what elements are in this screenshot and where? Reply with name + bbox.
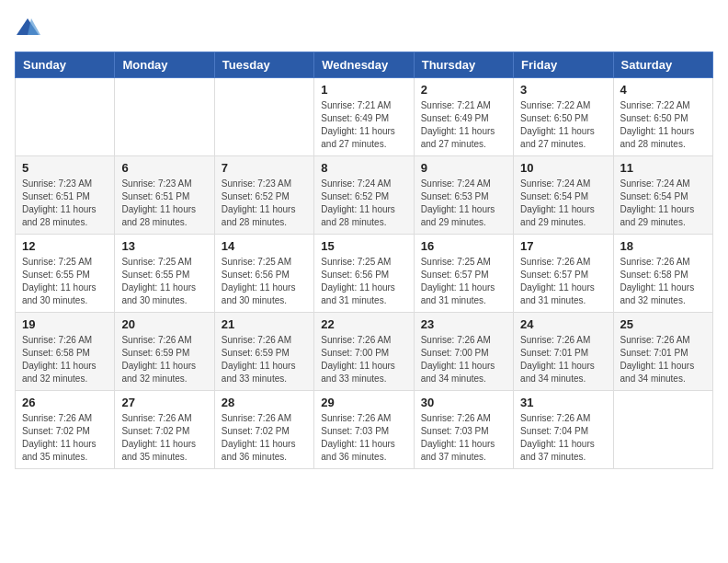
day-number: 6 <box>121 161 207 175</box>
day-of-week-header: Saturday <box>613 52 712 78</box>
day-info: Sunrise: 7:26 AM Sunset: 6:59 PM Dayligh… <box>222 334 307 385</box>
calendar-cell: 21Sunrise: 7:26 AM Sunset: 6:59 PM Dayli… <box>214 313 313 391</box>
calendar-cell: 20Sunrise: 7:26 AM Sunset: 6:59 PM Dayli… <box>115 313 214 391</box>
calendar-cell: 23Sunrise: 7:26 AM Sunset: 7:00 PM Dayli… <box>414 313 513 391</box>
calendar-cell: 31Sunrise: 7:26 AM Sunset: 7:04 PM Dayli… <box>514 391 613 469</box>
day-info: Sunrise: 7:26 AM Sunset: 7:02 PM Dayligh… <box>121 412 207 464</box>
day-number: 17 <box>520 239 606 253</box>
calendar-cell: 15Sunrise: 7:25 AM Sunset: 6:56 PM Dayli… <box>314 235 414 313</box>
calendar-week-row: 5Sunrise: 7:23 AM Sunset: 6:51 PM Daylig… <box>16 156 713 235</box>
day-info: Sunrise: 7:24 AM Sunset: 6:54 PM Dayligh… <box>620 178 706 229</box>
day-of-week-header: Thursday <box>414 52 513 78</box>
day-info: Sunrise: 7:26 AM Sunset: 7:02 PM Dayligh… <box>22 412 108 464</box>
day-number: 26 <box>22 396 108 409</box>
day-number: 23 <box>421 317 506 331</box>
calendar-cell: 30Sunrise: 7:26 AM Sunset: 7:03 PM Dayli… <box>414 391 513 469</box>
day-info: Sunrise: 7:24 AM Sunset: 6:53 PM Dayligh… <box>421 178 506 229</box>
calendar-cell: 17Sunrise: 7:26 AM Sunset: 6:57 PM Dayli… <box>514 235 613 313</box>
day-info: Sunrise: 7:26 AM Sunset: 7:03 PM Dayligh… <box>421 412 506 464</box>
calendar-week-row: 1Sunrise: 7:21 AM Sunset: 6:49 PM Daylig… <box>16 78 713 156</box>
calendar-cell: 24Sunrise: 7:26 AM Sunset: 7:01 PM Dayli… <box>514 313 613 391</box>
day-number: 20 <box>121 317 207 331</box>
day-number: 27 <box>121 396 207 409</box>
day-info: Sunrise: 7:22 AM Sunset: 6:50 PM Dayligh… <box>520 99 606 151</box>
day-number: 14 <box>222 239 307 253</box>
calendar-cell: 28Sunrise: 7:26 AM Sunset: 7:02 PM Dayli… <box>214 391 313 469</box>
day-info: Sunrise: 7:23 AM Sunset: 6:51 PM Dayligh… <box>121 178 207 229</box>
calendar-table: SundayMondayTuesdayWednesdayThursdayFrid… <box>15 52 713 469</box>
day-info: Sunrise: 7:21 AM Sunset: 6:49 PM Dayligh… <box>421 99 506 151</box>
calendar-cell: 9Sunrise: 7:24 AM Sunset: 6:53 PM Daylig… <box>414 156 513 235</box>
day-number: 10 <box>520 161 606 175</box>
day-number: 30 <box>421 396 506 409</box>
day-number: 1 <box>321 83 406 97</box>
calendar-header-row: SundayMondayTuesdayWednesdayThursdayFrid… <box>16 52 713 78</box>
calendar-cell: 14Sunrise: 7:25 AM Sunset: 6:56 PM Dayli… <box>214 235 313 313</box>
day-number: 9 <box>421 161 506 175</box>
day-number: 25 <box>620 317 706 331</box>
day-info: Sunrise: 7:23 AM Sunset: 6:51 PM Dayligh… <box>22 178 108 229</box>
day-of-week-header: Monday <box>115 52 214 78</box>
day-number: 12 <box>22 239 108 253</box>
day-info: Sunrise: 7:26 AM Sunset: 7:04 PM Dayligh… <box>520 412 606 464</box>
calendar-cell: 2Sunrise: 7:21 AM Sunset: 6:49 PM Daylig… <box>414 78 513 156</box>
day-info: Sunrise: 7:25 AM Sunset: 6:57 PM Dayligh… <box>421 256 506 307</box>
day-number: 11 <box>620 161 706 175</box>
calendar-cell: 26Sunrise: 7:26 AM Sunset: 7:02 PM Dayli… <box>16 391 115 469</box>
day-info: Sunrise: 7:26 AM Sunset: 6:58 PM Dayligh… <box>22 334 108 385</box>
day-number: 4 <box>620 83 706 97</box>
calendar-cell: 3Sunrise: 7:22 AM Sunset: 6:50 PM Daylig… <box>514 78 613 156</box>
calendar-cell: 4Sunrise: 7:22 AM Sunset: 6:50 PM Daylig… <box>613 78 712 156</box>
day-of-week-header: Sunday <box>16 52 115 78</box>
day-info: Sunrise: 7:23 AM Sunset: 6:52 PM Dayligh… <box>222 178 307 229</box>
day-of-week-header: Tuesday <box>214 52 313 78</box>
calendar-cell <box>214 78 313 156</box>
day-number: 3 <box>520 83 606 97</box>
day-info: Sunrise: 7:24 AM Sunset: 6:52 PM Dayligh… <box>321 178 406 229</box>
day-info: Sunrise: 7:26 AM Sunset: 7:01 PM Dayligh… <box>520 334 606 385</box>
day-of-week-header: Wednesday <box>314 52 414 78</box>
day-of-week-header: Friday <box>514 52 613 78</box>
calendar-cell: 1Sunrise: 7:21 AM Sunset: 6:49 PM Daylig… <box>314 78 414 156</box>
day-info: Sunrise: 7:26 AM Sunset: 6:57 PM Dayligh… <box>520 256 606 307</box>
calendar-cell: 16Sunrise: 7:25 AM Sunset: 6:57 PM Dayli… <box>414 235 513 313</box>
day-info: Sunrise: 7:26 AM Sunset: 6:58 PM Dayligh… <box>620 256 706 307</box>
day-info: Sunrise: 7:25 AM Sunset: 6:56 PM Dayligh… <box>321 256 406 307</box>
calendar-cell: 13Sunrise: 7:25 AM Sunset: 6:55 PM Dayli… <box>115 235 214 313</box>
day-info: Sunrise: 7:26 AM Sunset: 7:00 PM Dayligh… <box>321 334 406 385</box>
day-number: 15 <box>321 239 406 253</box>
day-number: 7 <box>222 161 307 175</box>
day-number: 8 <box>321 161 406 175</box>
calendar-cell <box>115 78 214 156</box>
day-info: Sunrise: 7:25 AM Sunset: 6:55 PM Dayligh… <box>121 256 207 307</box>
day-info: Sunrise: 7:26 AM Sunset: 7:03 PM Dayligh… <box>321 412 406 464</box>
day-info: Sunrise: 7:26 AM Sunset: 7:01 PM Dayligh… <box>620 334 706 385</box>
calendar-cell: 27Sunrise: 7:26 AM Sunset: 7:02 PM Dayli… <box>115 391 214 469</box>
calendar-cell <box>16 78 115 156</box>
day-number: 22 <box>321 317 406 331</box>
day-info: Sunrise: 7:26 AM Sunset: 6:59 PM Dayligh… <box>121 334 207 385</box>
calendar-cell: 18Sunrise: 7:26 AM Sunset: 6:58 PM Dayli… <box>613 235 712 313</box>
calendar-cell: 8Sunrise: 7:24 AM Sunset: 6:52 PM Daylig… <box>314 156 414 235</box>
calendar-cell: 22Sunrise: 7:26 AM Sunset: 7:00 PM Dayli… <box>314 313 414 391</box>
day-number: 18 <box>620 239 706 253</box>
day-info: Sunrise: 7:25 AM Sunset: 6:55 PM Dayligh… <box>22 256 108 307</box>
calendar-cell: 10Sunrise: 7:24 AM Sunset: 6:54 PM Dayli… <box>514 156 613 235</box>
day-info: Sunrise: 7:24 AM Sunset: 6:54 PM Dayligh… <box>520 178 606 229</box>
logo <box>15 15 44 40</box>
calendar-cell: 7Sunrise: 7:23 AM Sunset: 6:52 PM Daylig… <box>214 156 313 235</box>
day-number: 19 <box>22 317 108 331</box>
calendar-cell: 6Sunrise: 7:23 AM Sunset: 6:51 PM Daylig… <box>115 156 214 235</box>
day-number: 28 <box>222 396 307 409</box>
page-header <box>15 15 713 40</box>
day-info: Sunrise: 7:25 AM Sunset: 6:56 PM Dayligh… <box>222 256 307 307</box>
day-number: 16 <box>421 239 506 253</box>
calendar-cell: 25Sunrise: 7:26 AM Sunset: 7:01 PM Dayli… <box>613 313 712 391</box>
day-info: Sunrise: 7:22 AM Sunset: 6:50 PM Dayligh… <box>620 99 706 151</box>
calendar-week-row: 26Sunrise: 7:26 AM Sunset: 7:02 PM Dayli… <box>16 391 713 469</box>
day-info: Sunrise: 7:26 AM Sunset: 7:02 PM Dayligh… <box>222 412 307 464</box>
calendar-cell <box>613 391 712 469</box>
calendar-cell: 29Sunrise: 7:26 AM Sunset: 7:03 PM Dayli… <box>314 391 414 469</box>
calendar-cell: 11Sunrise: 7:24 AM Sunset: 6:54 PM Dayli… <box>613 156 712 235</box>
day-number: 29 <box>321 396 406 409</box>
